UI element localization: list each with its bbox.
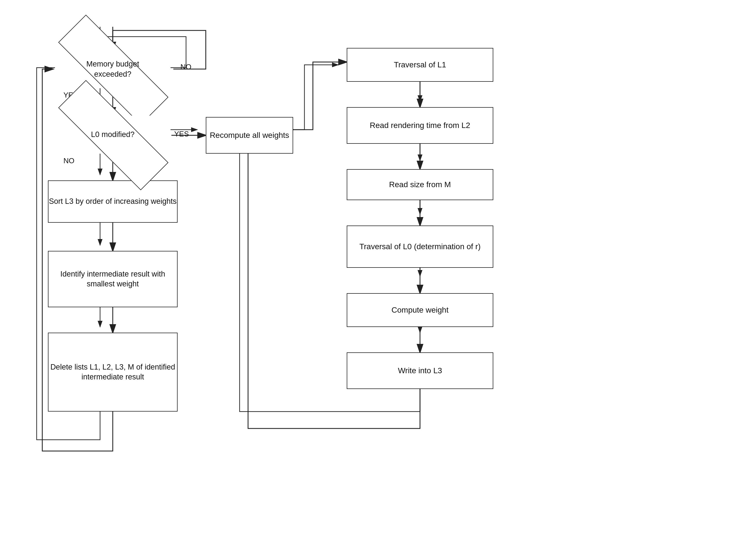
memory-diamond: Memory budgetexceeded? (55, 50, 171, 88)
l0-diamond-label: L0 modified? (91, 130, 135, 140)
traversal-l0-box: Traversal of L0 (determination of r) (347, 226, 493, 268)
read-rendering-box: Read rendering time from L2 (347, 107, 493, 144)
no-label-memory: NO (180, 62, 191, 71)
memory-diamond-label: Memory budgetexceeded? (86, 59, 139, 79)
identify-box: Identify intermediate result with smalle… (48, 251, 178, 307)
recompute-box: Recompute all weights (206, 117, 293, 154)
traversal-l1-box: Traversal of L1 (347, 48, 493, 82)
l0-diamond: L0 modified? (55, 116, 171, 154)
read-size-box: Read size from M (347, 169, 493, 200)
no-label-l0: NO (63, 156, 74, 165)
sort-box: Sort L3 by order of increasing weights (48, 181, 178, 223)
write-l3-box: Write into L3 (347, 352, 493, 389)
delete-box: Delete lists L1, L2, L3, M of identified… (48, 333, 178, 412)
compute-weight-box: Compute weight (347, 293, 493, 327)
yes-label-l0: YES (174, 130, 189, 139)
diagram-container: Memory budgetexceeded? NO YES L0 modifie… (0, 0, 756, 537)
